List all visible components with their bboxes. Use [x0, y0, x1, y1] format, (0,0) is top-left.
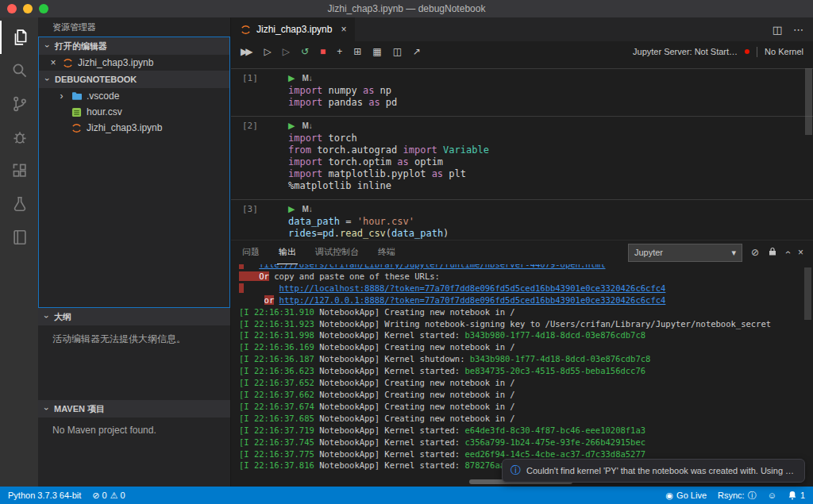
explorer-icon[interactable]	[0, 21, 38, 54]
split-editor-icon[interactable]: ◫	[773, 24, 782, 36]
code-line[interactable]: import matplotlib.pyplot as plt	[288, 168, 466, 180]
interrupt-kernel-icon[interactable]: ■	[320, 46, 326, 57]
status-bar-right: ◉ Go Live Rsync: ⓘ ☺ 1	[665, 490, 805, 502]
markdown-cell-icon[interactable]: M↓	[302, 74, 312, 83]
variable-explorer-icon[interactable]: ▦	[372, 46, 381, 57]
folder-root-header[interactable]: › DEBUGNOTEBOOK	[39, 71, 229, 88]
panel-tab-problems[interactable]: 问题	[241, 240, 261, 264]
server-disconnected-icon	[745, 49, 749, 54]
maven-header[interactable]: › MAVEN 项目	[38, 400, 230, 417]
editor-actions: ◫ ⋯	[763, 17, 813, 41]
markdown-cell-icon[interactable]: M↓	[302, 205, 312, 214]
output-channel-value: Jupyter	[634, 248, 663, 257]
maven-message: No Maven project found.	[38, 417, 230, 443]
log-line: [I 22:16:31.910 NotebookApp] Creating ne…	[239, 306, 813, 318]
notifications-bell[interactable]: 1	[788, 491, 805, 500]
code-line[interactable]: %matplotlib inline	[288, 180, 391, 192]
go-live-button[interactable]: ◉ Go Live	[665, 491, 707, 501]
markdown-cell-icon[interactable]: M↓	[302, 121, 312, 130]
problems-status[interactable]: ⊘0 ⚠0	[92, 491, 125, 501]
chevron-right-icon: ›	[56, 90, 67, 102]
status-bar-left: Python 3.7.3 64-bit ⊘0 ⚠0	[8, 491, 125, 501]
code-line[interactable]: from torch.autograd import Variable	[288, 144, 489, 156]
open-editors-label: 打开的编辑器	[55, 40, 107, 52]
execution-count: [2]	[231, 121, 288, 131]
run-cell-icon[interactable]: ▶	[288, 204, 295, 214]
clear-output-icon[interactable]: ⊘	[751, 247, 759, 258]
log-link[interactable]: http://127.0.0.1:8888/?token=77a70f7dd8e…	[279, 295, 666, 305]
lock-scroll-icon[interactable]	[768, 247, 777, 259]
export-notebook-icon[interactable]: ↗	[413, 46, 421, 57]
kernel-status[interactable]: No Kernel	[765, 47, 803, 56]
notebook-editor: [1]▶M↓import numpy as npimport pandas as…	[231, 62, 813, 240]
code-line[interactable]: import torch	[288, 133, 357, 144]
extensions-icon[interactable]	[0, 154, 38, 187]
go-live-label: Go Live	[676, 491, 707, 500]
bell-icon	[788, 491, 797, 500]
dropdown-arrow-icon: ▾	[731, 248, 736, 258]
close-panel-icon[interactable]: ×	[798, 247, 803, 258]
log-link[interactable]: http://localhost:8888/?token=77a70f7dd8e…	[279, 283, 666, 293]
debug-cell-icon[interactable]: ▷	[283, 46, 290, 57]
feedback-smiley-icon[interactable]: ☺	[768, 491, 776, 500]
jupyter-server-status[interactable]: Jupyter Server: Not Start…	[633, 47, 738, 56]
outline-section: › 大纲 活动编辑器无法提供大纲信息。	[38, 308, 230, 400]
code-line[interactable]: import pandas as pd	[288, 97, 397, 109]
save-notebook-icon[interactable]: ◫	[393, 46, 402, 57]
notification-message: Couldn't find kernel 'PY' that the noteb…	[526, 466, 796, 475]
code-line[interactable]: import torch.optim as optim	[288, 156, 443, 168]
close-editor-icon[interactable]: ×	[48, 57, 58, 68]
status-bar: Python 3.7.3 64-bit ⊘0 ⚠0 ◉ Go Live Rsyn…	[0, 487, 813, 504]
panel-tab-terminal[interactable]: 终端	[376, 240, 397, 264]
tree-empty-space	[39, 136, 229, 307]
tab-notebook[interactable]: Jizhi_chap3.ipynb ×	[231, 17, 355, 41]
gutter	[231, 85, 288, 97]
debug-icon[interactable]	[0, 121, 38, 154]
code-line[interactable]: import numpy as np	[288, 85, 391, 97]
tree-item-vscode[interactable]: › .vscode	[39, 88, 229, 104]
run-all-cells-icon[interactable]: ▶▶	[241, 46, 250, 57]
source-control-icon[interactable]	[0, 87, 38, 121]
open-editors-header[interactable]: › 打开的编辑器	[39, 37, 229, 55]
maximize-panel-icon[interactable]: ›	[782, 251, 793, 254]
warning-count: 0	[121, 491, 125, 500]
chevron-down-icon: ›	[42, 312, 52, 322]
chevron-down-icon: ›	[43, 75, 52, 85]
zoom-window-button[interactable]	[39, 4, 48, 13]
panel-header: 问题 输出 调试控制台 终端 Jupyter ▾ ⊘	[231, 240, 813, 264]
log-line: or http://127.0.0.1:8888/?token=77a70f7d…	[239, 294, 813, 306]
tree-item-notebook[interactable]: Jizhi_chap3.ipynb	[39, 120, 229, 136]
notification-toast[interactable]: ⓘ Couldn't find kernel 'PY' that the not…	[502, 459, 805, 483]
run-cell-icon[interactable]: ▶	[288, 121, 295, 131]
editor-scrollbar[interactable]	[805, 68, 812, 135]
outline-header[interactable]: › 大纲	[38, 308, 230, 325]
python-interpreter-status[interactable]: Python 3.7.3 64-bit	[8, 491, 81, 500]
add-cell-icon[interactable]: +	[337, 46, 342, 57]
rsync-status[interactable]: Rsync: ⓘ	[718, 490, 757, 502]
open-editor-item[interactable]: × Jizhi_chap3.ipynb	[39, 55, 229, 71]
run-cells-below-icon[interactable]: ▷	[264, 46, 271, 57]
outline-message: 活动编辑器无法提供大纲信息。	[38, 325, 230, 353]
close-window-button[interactable]	[7, 4, 17, 13]
test-flask-icon[interactable]	[0, 187, 38, 221]
editor-group: Jizhi_chap3.ipynb × ◫ ⋯ ▶▶ ▷ ▷ ↺ ■ + ⊞	[231, 17, 813, 487]
close-tab-icon[interactable]: ×	[341, 24, 346, 35]
panel-tab-output[interactable]: 输出	[277, 240, 298, 264]
code-line[interactable]: rides=pd.read_csv(data_path)	[288, 228, 449, 240]
notebook-view-icon[interactable]	[0, 221, 38, 254]
log-link[interactable]: file:///Users/crifan/Library/Jupyter/run…	[259, 264, 605, 269]
search-icon[interactable]	[0, 54, 38, 87]
more-actions-icon[interactable]: ⋯	[793, 24, 803, 36]
error-count: 0	[102, 491, 107, 500]
folder-root-label: DEBUGNOTEBOOK	[55, 75, 137, 84]
expand-cells-icon[interactable]: ⊞	[353, 46, 361, 57]
panel-scrollbar-vertical[interactable]	[804, 267, 811, 320]
log-line: [I 22:16:37.745 NotebookApp] Kernel star…	[239, 437, 813, 448]
run-cell-icon[interactable]: ▶	[288, 73, 295, 83]
output-channel-select[interactable]: Jupyter ▾	[628, 244, 742, 262]
tree-item-hour-csv[interactable]: hour.csv	[39, 104, 229, 120]
restart-kernel-icon[interactable]: ↺	[301, 46, 309, 57]
minimize-window-button[interactable]	[23, 4, 33, 13]
panel-tab-debug-console[interactable]: 调试控制台	[314, 240, 360, 264]
code-line[interactable]: data_path = 'hour.csv'	[288, 216, 414, 228]
